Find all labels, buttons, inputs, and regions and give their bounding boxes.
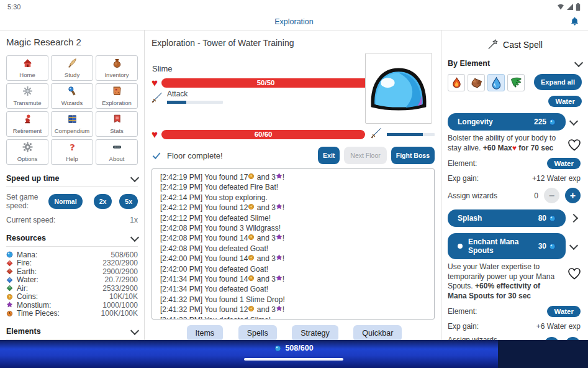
menu-item-options[interactable]: Options	[6, 139, 48, 165]
menu-item-compendium[interactable]: Compendium	[51, 111, 93, 137]
favorite-heart-icon[interactable]	[563, 262, 582, 301]
chevron-right-icon[interactable]	[566, 215, 582, 221]
speed-button-2x[interactable]: 2x	[94, 194, 112, 209]
log-entry: [2:42:12 PM] You found 12 and 3!	[160, 203, 426, 213]
spell-exp-row: Exp gain:+6 Water exp	[448, 322, 582, 331]
resource-value: 10K/10K	[109, 292, 138, 301]
spell-card-enchant-mana-spouts[interactable]: Enchant Mana Spouts30	[448, 233, 566, 259]
menu-item-home[interactable]: Home	[6, 55, 48, 81]
chevron-down-icon[interactable]	[566, 244, 582, 249]
heart-icon: ♥	[152, 129, 158, 140]
study-icon	[67, 58, 78, 68]
battery-icon	[576, 3, 581, 11]
element-filter-air[interactable]	[507, 74, 525, 91]
next-floor-button[interactable]: Next Floor	[344, 147, 386, 164]
cast-spell-title: Cast Spell	[503, 40, 543, 50]
svg-text:?: ?	[70, 142, 75, 152]
log-entry: [2:41:32 PM] You defeated Slime!	[160, 315, 426, 320]
main-menu: HomeStudyInventoryTransmuteWizardsExplor…	[6, 55, 138, 165]
fight-boss-button[interactable]: Fight Boss	[391, 147, 435, 164]
resource-row-coins: Coins:10K/10K	[6, 293, 138, 301]
section-resources[interactable]: Resources	[6, 232, 138, 247]
current-speed-value: 1x	[130, 216, 138, 224]
menu-item-about[interactable]: About	[96, 139, 138, 165]
mana-bar-value: 508/600	[285, 344, 313, 352]
about-icon	[112, 142, 122, 152]
expand-all-button[interactable]: Expand all	[534, 74, 582, 90]
menu-item-transmute[interactable]: Transmute	[6, 83, 48, 109]
add-wizard-button[interactable]: +	[565, 188, 581, 203]
element-filter-fire[interactable]	[448, 74, 465, 91]
menu-item-wizards[interactable]: Wizards	[51, 83, 93, 109]
speed-button-5x[interactable]: 5x	[119, 194, 138, 209]
chevron-down-icon[interactable]	[566, 120, 582, 124]
resource-name: Water:	[17, 275, 38, 284]
favorite-heart-icon[interactable]	[563, 134, 582, 153]
spell-card-splash[interactable]: Splash80	[448, 209, 566, 227]
floor-status-row: Floor complete! Exit Next Floor Fight Bo…	[152, 147, 435, 164]
remove-wizard-button[interactable]: −	[544, 188, 559, 203]
menu-item-stats[interactable]: Stats	[96, 111, 138, 137]
tab-strategy[interactable]: Strategy	[292, 325, 338, 340]
by-element-header[interactable]: By Element	[448, 59, 582, 68]
speed-section-title: Speed up time	[6, 174, 59, 183]
resource-row-fire: Fire:2320/2900	[6, 259, 138, 268]
menu-item-exploration[interactable]: Exploration	[96, 83, 138, 109]
fire-element-icon	[450, 76, 463, 90]
exit-button[interactable]: Exit	[318, 147, 340, 164]
game-title: Magic Research 2	[6, 37, 138, 47]
speed-button-normal[interactable]: Normal	[48, 194, 82, 209]
spell-element-row: Element:Water	[448, 158, 582, 169]
current-speed-label: Current speed:	[6, 216, 55, 224]
element-badge: Water	[547, 306, 581, 317]
section-speed-up-time[interactable]: Speed up time	[6, 173, 138, 187]
player-hp-row: ♥ 60/60	[152, 129, 435, 140]
log-entry: [2:42:00 PM] You defeated Goat!	[160, 264, 426, 274]
log-entry: [2:41:34 PM] You found 14 and 3!	[160, 274, 426, 284]
fire-essence-icon	[6, 260, 17, 267]
element-filter-earth[interactable]	[468, 74, 485, 91]
resource-name: Coins:	[17, 292, 38, 301]
enemy-hp-value: 50/50	[257, 79, 275, 86]
tab-quickbar[interactable]: Quickbar	[353, 325, 402, 340]
spell-description-row: Bolster the ability of your body to stay…	[448, 134, 582, 153]
coin-small-icon	[248, 173, 255, 180]
enemy-attack-label: Attack	[167, 90, 188, 98]
inventory-icon	[112, 58, 122, 68]
chevron-down-icon	[574, 58, 583, 67]
menu-item-retirement[interactable]: Retirement	[6, 111, 48, 137]
log-entry: [2:42:14 PM] You stop exploring.	[160, 193, 426, 203]
resource-name: Monstium:	[17, 301, 51, 310]
spell-description-row: Use your Water expertise to temporarily …	[448, 262, 582, 301]
menu-item-study[interactable]: Study	[51, 55, 93, 81]
resource-name: Air:	[17, 284, 28, 293]
air-element-icon	[510, 76, 523, 90]
exp-gain-label: Exp gain:	[448, 174, 479, 183]
notification-bell-icon[interactable]	[569, 16, 580, 27]
tab-items[interactable]: Items	[187, 325, 224, 340]
spell-exp-row: Exp gain:+12 Water exp	[448, 174, 582, 183]
exploration-log[interactable]: [2:42:19 PM] You found 17 and 3![2:42:19…	[152, 168, 435, 320]
element-filter-water[interactable]	[487, 74, 505, 91]
section-elements[interactable]: Elements	[6, 326, 138, 340]
spell-cost: 80	[538, 214, 546, 223]
wizards-icon	[67, 86, 78, 96]
enemy-name: Slime	[152, 64, 173, 73]
resource-value: 20.7/2900	[105, 275, 138, 284]
element-badge: Water	[547, 158, 581, 169]
resource-value: 508/600	[111, 251, 138, 259]
menu-item-label: Transmute	[7, 99, 48, 106]
assign-wizards-label: Assign wizards (30s/cast; 1/s)	[448, 336, 529, 340]
home-indicator[interactable]	[244, 358, 343, 361]
time-pieces-icon	[6, 310, 17, 317]
menu-item-help[interactable]: ?Help	[51, 139, 93, 165]
elements-section-title: Elements	[6, 327, 41, 336]
enemy-portrait	[365, 53, 432, 124]
monstium-small-icon	[276, 254, 283, 261]
spell-name: Enchant Mana Spouts	[468, 237, 538, 255]
help-icon: ?	[67, 142, 78, 152]
tab-spells[interactable]: Spells	[238, 325, 277, 340]
spell-card-longevity[interactable]: Longevity225	[448, 113, 566, 131]
exp-gain-label: Exp gain:	[448, 322, 479, 331]
menu-item-inventory[interactable]: Inventory	[96, 55, 138, 81]
